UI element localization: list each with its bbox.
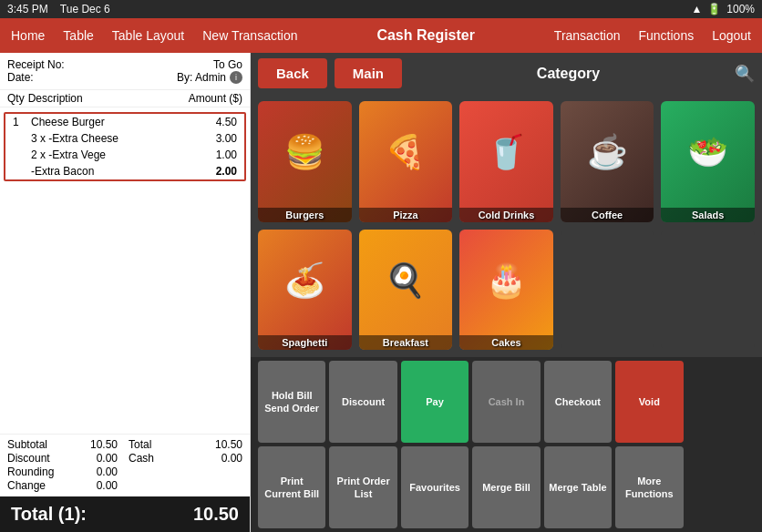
nav-functions[interactable]: Functions [638,28,694,43]
nav-bar: Home Table Table Layout New Transaction … [0,18,762,53]
rounding-label: Rounding [7,466,54,478]
merge-bill-button[interactable]: Merge Bill [472,446,540,528]
main-layout: Receipt No: To Go Date: By: Admin i Qty … [0,53,762,532]
item-amount-4: 2.00 [191,165,237,178]
subtotal-col: Subtotal 10.50 [7,438,125,451]
category-cold-drinks[interactable]: 🥤 Cold Drinks [459,101,553,222]
action-buttons: Hold BillSend Order Discount Pay Cash In… [251,357,762,532]
spaghetti-label: Spaghetti [258,335,352,350]
rounding-col: Rounding 0.00 [7,466,125,478]
nav-table[interactable]: Table [63,28,93,43]
grand-total-value: 10.50 [193,504,239,525]
receipt-item-1[interactable]: 1 Cheese Burger 4.50 [5,114,244,130]
pizza-image: 🍕 [359,101,453,204]
status-time: 3:45 PM [7,3,48,15]
cakes-image: 🎂 [459,230,553,332]
nav-right: Transaction Functions Logout [554,28,751,43]
salads-label: Salads [661,208,755,222]
cold-drinks-image: 🥤 [459,101,553,204]
item-desc-2: 3 x -Extra Cheese [27,132,191,145]
total-value: 10.50 [215,438,242,451]
favourites-button[interactable]: Favourites [401,446,469,528]
top-controls: Back Main Category 🔍 [251,53,762,94]
action-spacer-2 [687,446,755,528]
category-cakes[interactable]: 🎂 Cakes [459,230,553,351]
spaghetti-image: 🍝 [258,230,352,332]
col-desc: Description [25,92,189,105]
action-spacer-1 [687,361,755,443]
search-icon: 🔍 [735,65,755,83]
right-panel: Back Main Category 🔍 🍔 Burgers 🍕 Pizza 🥤… [251,53,762,532]
nav-table-layout[interactable]: Table Layout [112,28,184,43]
checkout-button[interactable]: Checkout [544,361,612,443]
cash-col: Cash 0.00 [125,452,242,465]
discount-label: Discount [7,452,50,465]
discount-col: Discount 0.00 [7,452,125,465]
print-order-list-button[interactable]: Print Order List [329,446,396,528]
receipt-item-3[interactable]: 2 x -Extra Vege 1.00 [5,147,244,163]
nav-logout[interactable]: Logout [712,28,751,43]
back-button[interactable]: Back [258,58,327,88]
category-salads[interactable]: 🥗 Salads [661,101,755,222]
selected-item-group[interactable]: 1 Cheese Burger 4.50 3 x -Extra Cheese 3… [4,112,246,181]
search-category-button[interactable]: 🔍 [735,64,755,84]
nav-title: Cash Register [298,27,554,44]
category-spaghetti[interactable]: 🍝 Spaghetti [258,230,352,351]
breakfast-label: Breakfast [359,335,453,350]
info-icon[interactable]: i [230,71,242,84]
category-empty-1 [561,230,654,351]
hold-bill-send-order-button[interactable]: Hold BillSend Order [258,361,325,443]
nav-new-transaction[interactable]: New Transaction [202,28,297,43]
discount-value: 0.00 [97,452,118,465]
salads-image: 🥗 [661,101,755,204]
footer-row-4: Change 0.00 [7,479,242,492]
burgers-label: Burgers [258,208,352,222]
discount-button[interactable]: Discount [329,361,396,443]
burgers-image: 🍔 [258,101,352,204]
status-indicators: ▲ 🔋 100% [691,3,755,15]
battery-percent: 100% [726,3,755,15]
category-coffee[interactable]: ☕ Coffee [561,101,654,222]
cash-in-button[interactable]: Cash In [472,361,540,443]
print-current-bill-button[interactable]: Print Current Bill [258,446,325,528]
more-functions-button[interactable]: More Functions [615,446,683,528]
nav-transaction[interactable]: Transaction [554,28,621,43]
total-bar: Total (1): 10.50 [0,496,250,532]
item-desc-4: -Extra Bacon [27,165,191,178]
status-bar: 3:45 PM Tue Dec 6 ▲ 🔋 100% [0,0,762,18]
coffee-label: Coffee [561,208,654,222]
change-col: Change 0.00 [7,479,125,492]
cakes-label: Cakes [459,335,553,350]
grand-total-label: Total (1): [11,504,87,525]
breakfast-image: 🍳 [359,230,453,332]
main-button[interactable]: Main [335,58,402,88]
footer-row-2: Discount 0.00 Cash 0.00 [7,452,242,465]
void-button[interactable]: Void [615,361,683,443]
total-col: Total 10.50 [125,438,242,451]
category-breakfast[interactable]: 🍳 Breakfast [359,230,453,351]
item-amount-3: 1.00 [191,148,237,161]
status-time-date: 3:45 PM Tue Dec 6 [7,3,110,15]
pizza-label: Pizza [359,208,453,222]
footer-row-3: Rounding 0.00 [7,466,242,478]
item-amount-1: 4.50 [191,116,237,128]
nav-home[interactable]: Home [11,28,45,43]
pay-button[interactable]: Pay [401,361,469,443]
category-pizza[interactable]: 🍕 Pizza [359,101,453,222]
receipt-no-label: Receipt No: [7,58,65,71]
receipt-panel: Receipt No: To Go Date: By: Admin i Qty … [0,53,251,532]
item-desc-1: Cheese Burger [27,116,191,128]
nav-left: Home Table Table Layout New Transaction [11,28,298,43]
status-date: Tue Dec 6 [60,3,110,15]
receipt-item-4[interactable]: -Extra Bacon 2.00 [5,163,244,179]
merge-table-button[interactable]: Merge Table [544,446,612,528]
category-title: Category [409,66,727,82]
item-qty-1: 1 [13,116,27,128]
receipt-items: 1 Cheese Burger 4.50 3 x -Extra Cheese 3… [0,107,250,434]
coffee-image: ☕ [561,101,654,204]
date-label: Date: [7,71,34,84]
receipt-footer: Subtotal 10.50 Total 10.50 Discount 0.00… [0,434,250,496]
cash-value: 0.00 [221,452,242,465]
category-burgers[interactable]: 🍔 Burgers [258,101,352,222]
receipt-item-2[interactable]: 3 x -Extra Cheese 3.00 [5,130,244,147]
